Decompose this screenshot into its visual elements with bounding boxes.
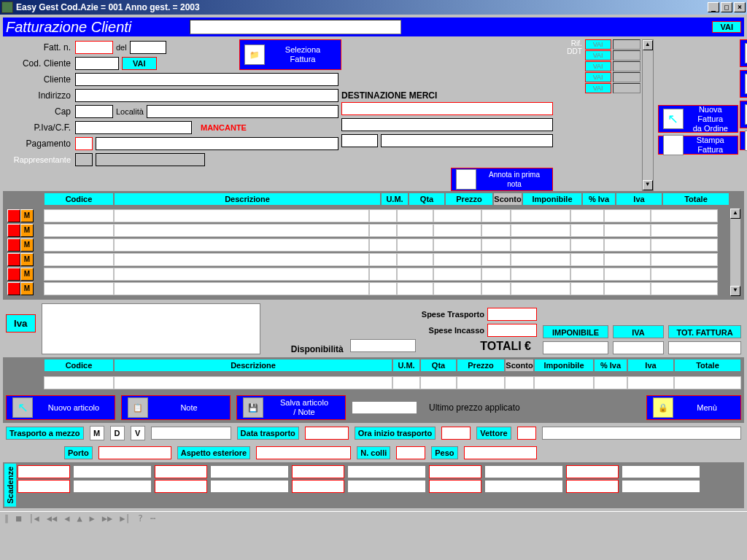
edit-totale[interactable] [674,376,741,389]
mezzo-v-button[interactable]: V [131,426,145,440]
mezzo-m-button[interactable]: M [90,426,104,440]
row-modify-button[interactable]: M [20,209,34,222]
edit-iva[interactable] [627,376,674,389]
scadenza-date-input[interactable] [429,480,481,493]
dest-cap-input[interactable] [341,134,378,147]
scadenza-date-input[interactable] [18,465,70,478]
cumula-ddt-button[interactable]: Cumula altro DDT [740,101,747,128]
mini-vai-4[interactable]: VAI [585,72,611,82]
iva-button[interactable]: Iva [6,314,36,332]
scadenza-amount-input[interactable] [210,465,289,478]
forward-icon[interactable]: ▶▶ [102,513,112,524]
dest-row2-input[interactable] [341,118,553,131]
spese-incasso-input[interactable] [487,324,537,337]
row-delete-button[interactable] [7,253,20,266]
pause-icon[interactable]: ∥ [4,513,9,524]
scadenza-date-input[interactable] [155,465,207,478]
mezzo-d-button[interactable]: D [110,426,125,440]
scadenza-date-input[interactable] [292,465,344,478]
ora-trasporto-input[interactable] [441,427,471,440]
aspetto-input[interactable] [256,446,351,459]
edit-piva[interactable] [594,376,627,389]
maximize-button[interactable]: □ [721,2,732,12]
header-search-input[interactable] [190,20,401,34]
mini-vai-1[interactable]: VAI [585,39,611,50]
porto-input[interactable] [98,446,171,459]
edit-qta[interactable] [420,376,457,389]
scadenza-date-input[interactable] [429,465,481,478]
row-modify-button[interactable]: M [20,224,34,237]
colli-input[interactable] [396,446,425,459]
row-modify-button[interactable]: M [20,238,34,252]
stop-icon[interactable]: ■ [16,513,21,524]
scroll-down-icon[interactable]: ▼ [643,180,653,190]
next-icon[interactable]: ▶ [90,513,95,524]
scadenza-date-input[interactable] [566,480,619,493]
seleziona-fattura-button[interactable]: 📁 Seleziona Fattura [239,39,341,70]
mezzo-desc-input[interactable] [151,427,231,440]
scadenza-amount-input[interactable] [622,465,700,478]
edit-prezzo[interactable] [457,376,505,389]
scroll-down-icon[interactable]: ▼ [730,286,740,296]
cod-cliente-input[interactable] [75,57,119,70]
menu-button[interactable]: 🔒 Menù [646,395,741,420]
scadenza-amount-input[interactable] [484,480,563,493]
edit-um[interactable] [392,376,420,389]
localita-input[interactable] [147,105,338,118]
nuova-fattura-ddt-button[interactable]: Nuova Fattura da DDT [740,70,747,98]
elimina-fattura-button[interactable]: 🚽 Elimina Fattura [740,131,747,150]
grid-scrollbar[interactable]: ▲▼ [729,208,741,297]
annota-button[interactable]: ✎ Annota in prima nota [451,168,553,191]
help-icon[interactable]: ? [138,513,143,524]
row-modify-button[interactable]: M [20,282,34,295]
mini-vai-2[interactable]: VAI [585,50,611,61]
edit-descr[interactable] [114,376,392,389]
nuova-fattura-immediata-button[interactable]: Nuova Fattura Immediata [740,39,747,67]
edit-impon[interactable] [534,376,594,389]
del-input[interactable] [130,41,166,54]
scroll-up-icon[interactable]: ▲ [643,40,653,50]
vettore-desc-input[interactable] [542,427,741,440]
scadenza-amount-input[interactable] [73,465,152,478]
salva-articolo-button[interactable]: 💾 Salva articolo / Note [236,395,346,420]
scadenza-date-input[interactable] [292,480,344,493]
up-icon[interactable]: ▲ [77,513,82,524]
pagamento-desc-input[interactable] [96,137,338,150]
row-delete-button[interactable] [7,238,20,252]
row-delete-button[interactable] [7,282,20,295]
first-icon[interactable]: |◀ [28,513,39,524]
cap-input[interactable] [75,105,113,118]
scadenza-date-input[interactable] [566,465,619,478]
pagamento-code-input[interactable] [75,137,93,150]
stampa-fattura-button[interactable]: 🖶 Stampa Fattura [658,136,738,155]
row-delete-button[interactable] [7,268,20,281]
rewind-icon[interactable]: ◀◀ [47,513,57,524]
scadenza-date-input[interactable] [18,480,70,493]
mini-vai-3[interactable]: VAI [585,61,611,71]
scadenza-amount-input[interactable] [622,480,700,493]
fatt-n-input[interactable] [75,41,113,54]
nuovo-articolo-button[interactable]: Nuovo articolo [6,395,115,420]
prev-icon[interactable]: ◀ [64,513,69,524]
rif-scrollbar[interactable]: ▲ ▼ [642,39,654,191]
peso-input[interactable] [464,446,537,459]
note-button[interactable]: 📋 Note [121,395,231,420]
nuova-fattura-ordine-button[interactable]: Nuova Fattura da Ordine [658,105,738,133]
rappr-desc-input[interactable] [96,153,205,166]
scadenza-amount-input[interactable] [73,480,152,493]
last-icon[interactable]: ▶| [120,513,130,524]
dest-row1-input[interactable] [341,102,553,115]
scadenza-date-input[interactable] [155,480,207,493]
close-button[interactable]: × [734,2,746,12]
scadenza-amount-input[interactable] [484,465,563,478]
header-vai-button[interactable]: VAI [712,21,741,33]
cliente-input[interactable] [75,73,338,86]
row-delete-button[interactable] [7,224,20,237]
scadenza-amount-input[interactable] [347,480,426,493]
dest-loc-input[interactable] [381,134,553,147]
piva-input[interactable] [75,121,192,134]
scadenza-amount-input[interactable] [210,480,289,493]
row-modify-button[interactable]: M [20,253,34,266]
edit-sconto[interactable] [505,376,534,389]
vettore-code-input[interactable] [517,427,536,440]
